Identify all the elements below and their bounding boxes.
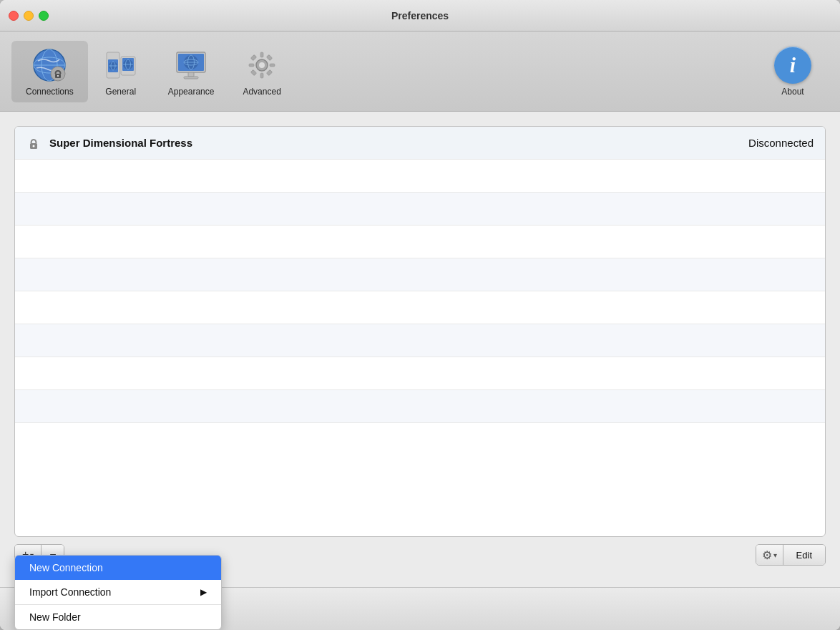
connection-row[interactable] bbox=[15, 226, 825, 258]
toolbar-item-general[interactable]: General bbox=[88, 41, 154, 102]
svg-point-6 bbox=[57, 75, 59, 77]
about-label: About bbox=[781, 87, 804, 97]
toolbar-item-advanced[interactable]: Advanced bbox=[228, 41, 295, 102]
toolbar-item-appearance[interactable]: Appearance bbox=[154, 41, 229, 102]
connection-row[interactable] bbox=[15, 291, 825, 324]
toolbar-items: Connections bbox=[11, 41, 386, 102]
appearance-label: Appearance bbox=[168, 87, 215, 97]
dropdown-item-new-folder[interactable]: New Folder bbox=[15, 605, 221, 629]
maximize-button[interactable] bbox=[39, 11, 49, 21]
connection-row[interactable] bbox=[15, 160, 825, 193]
titlebar: Preferences bbox=[0, 0, 840, 32]
connections-panel: Super Dimensional Fortress Disconnected bbox=[14, 126, 826, 537]
connection-row[interactable] bbox=[15, 390, 825, 423]
svg-rect-23 bbox=[188, 72, 194, 77]
connection-row[interactable] bbox=[15, 423, 825, 456]
preferences-window: Preferences bbox=[0, 0, 840, 630]
gear-button[interactable]: ⚙▾ bbox=[756, 545, 783, 565]
dropdown-item-import-connection[interactable]: Import Connection ▶ bbox=[15, 580, 221, 604]
advanced-icon bbox=[243, 47, 280, 84]
connection-row[interactable] bbox=[15, 258, 825, 291]
info-circle-icon: i bbox=[774, 47, 811, 84]
svg-rect-28 bbox=[260, 73, 263, 78]
submenu-arrow-icon: ▶ bbox=[200, 587, 207, 597]
content-area: Super Dimensional Fortress Disconnected … bbox=[0, 112, 840, 587]
svg-rect-32 bbox=[266, 69, 272, 75]
lock-icon bbox=[26, 136, 41, 150]
gear-edit-group: ⚙▾ Edit bbox=[756, 544, 826, 566]
connection-row[interactable] bbox=[15, 193, 825, 226]
connections-label: Connections bbox=[26, 87, 74, 97]
close-button[interactable] bbox=[9, 11, 19, 21]
svg-rect-33 bbox=[250, 69, 256, 75]
window-title: Preferences bbox=[391, 10, 449, 21]
about-icon: i bbox=[774, 47, 811, 84]
dropdown-menu: New Connection Import Connection ▶ New F… bbox=[14, 555, 222, 630]
svg-point-26 bbox=[259, 62, 265, 68]
toolbar-item-connections[interactable]: Connections bbox=[11, 41, 88, 102]
svg-rect-31 bbox=[250, 54, 256, 60]
toolbar-item-about[interactable]: i About bbox=[760, 41, 826, 102]
dropdown-item-new-connection[interactable]: New Connection bbox=[15, 556, 221, 580]
svg-point-36 bbox=[33, 145, 35, 147]
dropdown-overlay: New Connection Import Connection ▶ New F… bbox=[14, 555, 222, 630]
connection-name: Super Dimensional Fortress bbox=[49, 137, 748, 149]
connections-icon bbox=[31, 47, 68, 84]
svg-rect-30 bbox=[270, 64, 275, 67]
svg-rect-24 bbox=[184, 77, 198, 79]
connection-row[interactable] bbox=[15, 357, 825, 390]
advanced-label: Advanced bbox=[243, 87, 280, 97]
svg-rect-29 bbox=[249, 64, 254, 67]
connection-row[interactable]: Super Dimensional Fortress Disconnected bbox=[15, 127, 825, 160]
svg-rect-34 bbox=[266, 54, 272, 60]
general-icon bbox=[102, 47, 140, 84]
minimize-button[interactable] bbox=[24, 11, 34, 21]
toolbar: Connections bbox=[0, 32, 840, 112]
general-label: General bbox=[105, 87, 136, 97]
connection-status: Disconnected bbox=[748, 137, 814, 149]
window-controls bbox=[9, 11, 49, 21]
edit-button[interactable]: Edit bbox=[783, 545, 825, 565]
appearance-icon bbox=[172, 47, 210, 84]
svg-rect-27 bbox=[260, 52, 263, 57]
connection-row[interactable] bbox=[15, 324, 825, 357]
